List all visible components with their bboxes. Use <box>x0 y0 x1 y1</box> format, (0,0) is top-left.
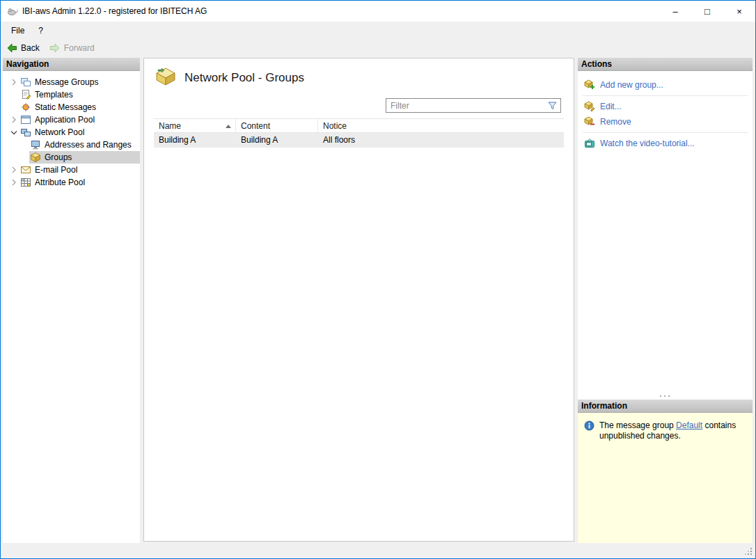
table-row[interactable]: Building A Building A All floors <box>154 133 564 148</box>
sidebar-item-message-groups[interactable]: Message Groups <box>3 76 140 88</box>
navigation-header: Navigation <box>3 58 140 71</box>
cell-name: Building A <box>154 133 236 148</box>
expander-spacer <box>8 102 19 113</box>
email-pool-icon <box>20 164 31 175</box>
maximize-button[interactable]: □ <box>691 1 723 22</box>
table-header: Name Content Notice <box>154 118 564 133</box>
add-new-group-button[interactable]: Add new group... <box>578 77 753 93</box>
sidebar-item-attribute-pool[interactable]: Attribute Pool <box>3 176 140 189</box>
message-groups-icon <box>20 77 31 88</box>
minimize-button[interactable]: – <box>659 1 691 22</box>
sort-ascending-icon <box>226 125 231 128</box>
menu-bar: File ? <box>1 22 755 39</box>
info-icon <box>584 420 594 433</box>
column-header-name[interactable]: Name <box>154 119 236 132</box>
forward-button[interactable]: Forward <box>49 42 95 54</box>
chevron-right-icon[interactable] <box>8 77 19 88</box>
status-bar <box>1 544 755 558</box>
info-text-before: The message group <box>599 420 674 430</box>
app-icon <box>7 6 18 17</box>
network-pool-groups-icon <box>155 67 176 88</box>
navigation-tree: Message Groups Templates Static Messages <box>3 71 140 189</box>
static-messages-icon <box>20 102 31 113</box>
sidebar-item-network-pool[interactable]: Network Pool <box>3 126 140 139</box>
actions-header: Actions <box>578 58 753 71</box>
actions-body: Add new group... Edit... Remove <box>578 71 753 400</box>
resize-grip-icon[interactable] <box>744 547 754 557</box>
filter-box <box>386 98 561 113</box>
actions-separator <box>583 95 748 96</box>
edit-button[interactable]: Edit... <box>578 99 753 114</box>
attribute-pool-icon <box>20 177 31 188</box>
back-arrow-icon <box>6 42 17 54</box>
information-body: The message group Default contains unpub… <box>578 413 753 543</box>
window-title: IBI-aws Admin 1.22.0 - registered for IB… <box>22 6 207 16</box>
actions-separator <box>583 132 748 133</box>
navigation-panel: Navigation Message Groups Templates <box>3 58 140 543</box>
actions-panel: Actions Add new group... Edit... Remov <box>578 58 753 400</box>
default-link[interactable]: Default <box>676 420 702 430</box>
sidebar-item-addresses-and-ranges[interactable]: Addresses and Ranges <box>3 139 140 151</box>
groups-icon <box>30 152 41 163</box>
back-label: Back <box>21 43 40 53</box>
information-header: Information <box>578 400 753 413</box>
column-header-notice[interactable]: Notice <box>318 119 564 132</box>
filter-icon[interactable] <box>547 100 558 111</box>
menu-file[interactable]: File <box>4 23 31 38</box>
chevron-right-icon[interactable] <box>8 164 19 175</box>
edit-group-icon <box>584 101 595 112</box>
app-window: IBI-aws Admin 1.22.0 - registered for IB… <box>0 0 756 559</box>
sidebar-item-application-pool[interactable]: Application Pool <box>3 113 140 126</box>
video-tutorial-button[interactable]: Watch the video-tutorial... <box>578 136 753 151</box>
chevron-right-icon[interactable] <box>8 114 19 125</box>
video-tutorial-label: Watch the video-tutorial... <box>600 139 695 148</box>
add-group-icon <box>584 79 595 90</box>
sidebar-item-templates[interactable]: Templates <box>3 88 140 101</box>
addresses-and-ranges-icon <box>30 139 41 150</box>
groups-table: Name Content Notice Building A Building … <box>154 118 564 148</box>
information-panel: Information The message group Default co… <box>578 400 753 543</box>
remove-group-icon <box>584 116 595 127</box>
templates-icon <box>20 89 31 100</box>
window-controls: – □ × <box>659 1 755 22</box>
back-button[interactable]: Back <box>6 42 40 54</box>
page-title: Network Pool - Groups <box>184 71 304 85</box>
edit-label: Edit... <box>600 102 622 111</box>
expander-spacer <box>8 89 19 100</box>
sidebar-item-groups[interactable]: Groups <box>3 151 140 164</box>
toolbar: Back Forward <box>1 39 755 57</box>
close-button[interactable]: × <box>723 1 755 22</box>
application-pool-icon <box>20 114 31 125</box>
menu-help[interactable]: ? <box>31 23 50 38</box>
filter-input[interactable] <box>386 101 547 111</box>
remove-label: Remove <box>600 117 631 127</box>
information-message: The message group Default contains unpub… <box>599 420 744 441</box>
actions-splitter-grip[interactable] <box>660 395 671 397</box>
sidebar-item-static-messages[interactable]: Static Messages <box>3 101 140 113</box>
chevron-down-icon[interactable] <box>8 127 19 138</box>
chevron-right-icon[interactable] <box>8 177 19 188</box>
main-content-panel: Network Pool - Groups Name Content Notic… <box>143 58 574 542</box>
forward-arrow-icon <box>49 42 61 54</box>
cell-content: Building A <box>236 133 318 148</box>
remove-button[interactable]: Remove <box>578 114 753 129</box>
forward-label: Forward <box>64 43 95 53</box>
video-tutorial-icon <box>584 138 595 149</box>
add-new-group-label: Add new group... <box>600 80 663 90</box>
title-bar: IBI-aws Admin 1.22.0 - registered for IB… <box>1 1 755 22</box>
network-pool-icon <box>20 127 31 138</box>
cell-notice: All floors <box>318 133 564 148</box>
main-header: Network Pool - Groups <box>155 67 304 88</box>
column-header-content[interactable]: Content <box>236 119 318 132</box>
sidebar-item-email-pool[interactable]: E-mail Pool <box>3 164 140 176</box>
selected-tree-item[interactable]: Groups <box>29 151 140 164</box>
